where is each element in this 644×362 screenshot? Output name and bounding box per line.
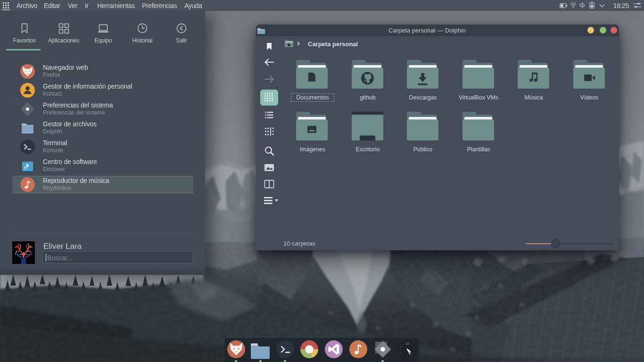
svg-text:8: 8 [401, 352, 402, 354]
svg-text:10: 10 [400, 346, 402, 348]
svg-text:12: 12 [406, 342, 409, 345]
svg-text:1: 1 [412, 344, 413, 346]
svg-text:3: 3 [414, 349, 415, 351]
svg-text:7: 7 [403, 354, 404, 356]
svg-text:5: 5 [411, 354, 412, 356]
svg-text:2: 2 [413, 346, 414, 348]
svg-text:11: 11 [402, 344, 404, 346]
svg-text:9: 9 [400, 349, 401, 351]
svg-text:6: 6 [407, 355, 408, 357]
svg-text:4: 4 [413, 352, 414, 354]
